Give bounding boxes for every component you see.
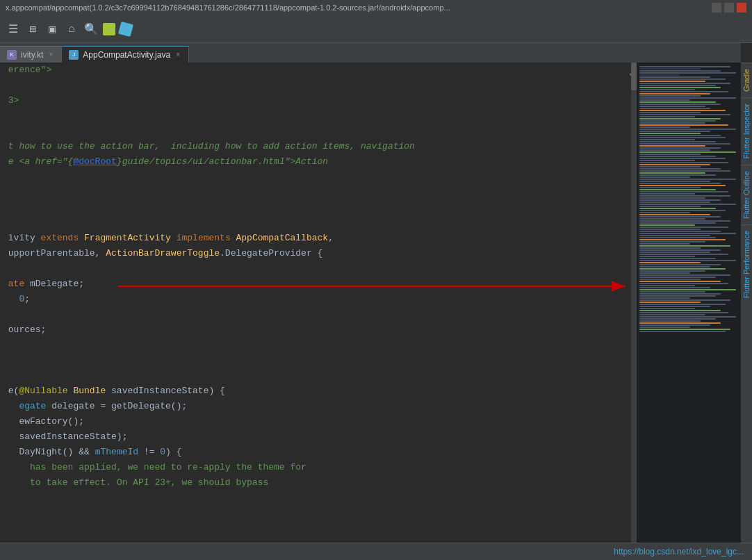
search-icon[interactable]: 🔍	[83, 22, 99, 37]
code-line-17	[0, 307, 632, 322]
back-icon[interactable]: ⊞	[25, 22, 40, 37]
flutter-inspector-label[interactable]: Flutter Inspector	[741, 97, 752, 164]
toolbar: ☰ ⊞ ▣ ⌂ 🔍	[0, 15, 752, 43]
code-line-22: e(@Nullable Bundle savedInstanceState) {	[0, 384, 632, 399]
android-icon[interactable]	[103, 23, 115, 35]
code-line-2	[0, 78, 632, 93]
tab-activity-kt-label: ivity.kt	[21, 50, 43, 60]
code-line-11	[0, 215, 632, 231]
code-line-5	[0, 124, 632, 139]
close-button[interactable]	[737, 3, 746, 13]
status-bar: https://blog.csdn.net/lxd_love_lgc...	[0, 543, 752, 560]
code-line-4	[0, 108, 632, 124]
code-line-7: e <a href="{@docRoot}guide/topics/ui/act…	[0, 154, 632, 170]
code-line-13: upportParentable, ActionBarDrawerToggle.…	[0, 246, 632, 261]
java-file-icon: J	[69, 50, 79, 60]
menu-icon[interactable]: ☰	[6, 22, 21, 37]
home-icon[interactable]: ⌂	[64, 22, 79, 37]
minimap-canvas	[637, 63, 741, 543]
code-line-26: DayNight() && mThemeId != 0) {	[0, 445, 632, 460]
code-line-28: to take effect. On API 23+, we should by…	[0, 475, 632, 491]
flutter-outline-label[interactable]: Flutter Outline	[741, 165, 752, 224]
kt-file-icon: K	[7, 50, 17, 60]
code-line-21	[0, 368, 632, 384]
code-line-24: ewFactory();	[0, 414, 632, 429]
code-line-23: egate delegate = getDelegate();	[0, 399, 632, 414]
tab-bar: K ivity.kt × J AppCompatActivity.java ×	[0, 43, 741, 63]
vertical-scrollbar[interactable]	[631, 63, 637, 543]
tab-appcompat-java[interactable]: J AppCompatActivity.java ×	[62, 46, 189, 63]
editor-area: erence"> 3> t how to use the action bar,…	[0, 63, 632, 543]
title-controls	[712, 3, 746, 13]
code-line-16: 0;	[0, 292, 632, 307]
code-line-8	[0, 170, 632, 185]
tab-activity-kt[interactable]: K ivity.kt ×	[0, 46, 62, 63]
status-url: https://blog.csdn.net/lxd_love_lgc...	[614, 547, 744, 557]
forward-icon[interactable]: ▣	[44, 22, 60, 37]
code-line-18: ources;	[0, 322, 632, 338]
side-tools-panel: Gradle Flutter Inspector Flutter Outline…	[741, 63, 752, 560]
maximize-button[interactable]	[724, 3, 734, 13]
code-line-12: ivity extends FragmentActivity implement…	[0, 231, 632, 246]
code-line-20	[0, 353, 632, 368]
title-bar: x.appcompat/appcompat(1.0.2/c3c7c6999411…	[0, 0, 752, 15]
minimize-button[interactable]	[712, 3, 721, 13]
tab-appcompat-java-label: AppCompatActivity.java	[83, 50, 170, 60]
code-line-14	[0, 261, 632, 277]
scrollbar-thumb[interactable]	[631, 63, 637, 90]
code-line-27: has been applied, we need to re-apply th…	[0, 460, 632, 475]
tab-appcompat-java-close[interactable]: ×	[174, 50, 181, 59]
code-line-6: t how to use the action bar, including h…	[0, 139, 632, 154]
minimap-panel	[637, 63, 741, 543]
code-line-10	[0, 200, 632, 215]
title-text: x.appcompat/appcompat(1.0.2/c3c7c6999411…	[6, 3, 450, 12]
code-line-3: 3>	[0, 93, 632, 108]
code-line-25: savedInstanceState);	[0, 429, 632, 445]
tab-activity-kt-close[interactable]: ×	[47, 50, 54, 59]
code-content: erence"> 3> t how to use the action bar,…	[0, 63, 632, 543]
code-line-19	[0, 338, 632, 353]
dart-icon[interactable]	[118, 21, 133, 36]
code-line-1: erence">	[0, 63, 632, 78]
code-line-15: ate mDelegate;	[0, 277, 632, 292]
code-line-9	[0, 185, 632, 200]
flutter-performance-label[interactable]: Flutter Performance	[741, 224, 752, 304]
gradle-panel-label[interactable]: Gradle	[741, 63, 752, 97]
